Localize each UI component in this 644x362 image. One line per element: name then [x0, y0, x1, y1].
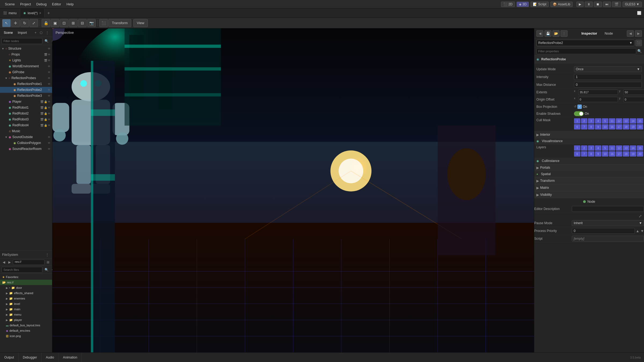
transform-label-btn[interactable]: Transform: [108, 19, 131, 27]
layer-cell-18[interactable]: 18: [623, 151, 629, 157]
structure-eye-icon[interactable]: 👁: [48, 47, 50, 50]
tab-level[interactable]: ◉ level(*) ×: [20, 9, 45, 17]
move-tool-button[interactable]: ✛: [11, 19, 20, 27]
fs-item-door[interactable]: ▶ ▪ 📁 door: [0, 285, 52, 290]
filter-properties-search-icon[interactable]: 🔍: [637, 49, 642, 53]
tree-item-rr4[interactable]: ◉ RedRobot4 🎬 🔒 👁: [0, 122, 52, 128]
step-button[interactable]: ⏭: [603, 2, 611, 7]
tree-item-rp1[interactable]: ◉ ReflectionProbe1 👁: [0, 81, 52, 87]
tab-debugger[interactable]: Debugger: [19, 353, 42, 362]
layer-cell-4[interactable]: 4: [595, 145, 601, 151]
fs-item-bus[interactable]: ▬ default_bus_layout.tres: [0, 323, 52, 328]
cull-cell-2[interactable]: 2: [581, 118, 587, 124]
snap-button[interactable]: ⊞: [69, 19, 78, 27]
search-files-icon[interactable]: 🔍: [43, 267, 50, 272]
filesystem-layout-button[interactable]: ⊞: [46, 260, 50, 265]
tab-import[interactable]: Import: [16, 30, 28, 35]
layer-cell-5[interactable]: 5: [602, 145, 608, 151]
soundreactor-eye-icon[interactable]: 👁: [48, 147, 50, 150]
layer-cell-17[interactable]: 17: [616, 151, 622, 157]
inspector-nav-back[interactable]: ◀: [627, 30, 634, 37]
nav-forward-button[interactable]: ▶: [7, 260, 12, 265]
enable-shadows-toggle-pill[interactable]: [574, 111, 584, 116]
max-distance-input[interactable]: [574, 82, 642, 88]
tree-item-structure[interactable]: ▼ ○ Structure 👁: [0, 46, 52, 51]
tree-item-music[interactable]: ♫ Music: [0, 128, 52, 134]
ungroup-button[interactable]: ⊡: [60, 19, 68, 27]
tree-item-rr1[interactable]: ◉ RedRobot1 🎬 🔒 👁: [0, 105, 52, 110]
cull-cell-13[interactable]: 13: [623, 118, 629, 124]
filter-nodes-input[interactable]: [2, 38, 42, 44]
props-movie-icon[interactable]: 🎬: [44, 53, 47, 56]
cull-cell-20[interactable]: 20: [637, 124, 643, 130]
fs-item-menu[interactable]: ▶ 📁 menu: [0, 312, 52, 317]
tab-animation[interactable]: Animation: [58, 353, 82, 362]
node-selector[interactable]: ReflectionProbe2 ▼: [536, 40, 634, 46]
rr4-lock-icon[interactable]: 🔒: [44, 124, 47, 127]
tab-close-icon[interactable]: ×: [39, 11, 41, 15]
tree-item-rr3[interactable]: ◉ RedRobot3 🎬 🔒 👁: [0, 116, 52, 122]
script-select[interactable]: [empty]: [572, 236, 644, 242]
process-priority-input[interactable]: [572, 228, 635, 234]
tab-inspector[interactable]: Inspector: [578, 30, 601, 36]
tab-audio[interactable]: Audio: [42, 353, 59, 362]
select-tool-button[interactable]: ↖: [2, 19, 11, 27]
tab-add-button[interactable]: +: [45, 11, 52, 16]
layer-cell-8[interactable]: 8: [588, 151, 594, 157]
layer-cell-1[interactable]: 1: [574, 145, 580, 151]
layer-cell-9[interactable]: 9: [595, 151, 601, 157]
tab-menu[interactable]: ⬛ menu: [0, 9, 20, 17]
fs-item-enemies[interactable]: ▶ 📁 enemies: [0, 296, 52, 301]
player-movie-icon[interactable]: 🎬: [40, 100, 43, 103]
snap2-button[interactable]: ⊟: [78, 19, 87, 27]
mode-3d-button[interactable]: ◈ 3D: [517, 2, 529, 7]
rr3-lock-icon[interactable]: 🔒: [44, 118, 47, 121]
lock-button[interactable]: 🔒: [42, 19, 50, 27]
layer-cell-12[interactable]: 12: [616, 145, 622, 151]
origin-x-input[interactable]: [578, 97, 618, 102]
cull-cell-14[interactable]: 14: [630, 118, 636, 124]
cull-cell-6[interactable]: 6: [574, 124, 580, 130]
lights-movie-icon[interactable]: 🎬: [44, 59, 47, 62]
pause-button[interactable]: ⏸: [585, 2, 593, 7]
layer-cell-3[interactable]: 3: [588, 145, 594, 151]
instance-node-button[interactable]: ⬡: [39, 30, 43, 35]
player-lock-icon[interactable]: 🔒: [44, 100, 47, 103]
extents-x-input[interactable]: [578, 90, 618, 95]
process-priority-down-icon[interactable]: ▼: [641, 229, 644, 233]
rotate-tool-button[interactable]: ↻: [20, 19, 29, 27]
box-projection-reset-icon[interactable]: ↺: [574, 105, 576, 108]
layer-cell-13[interactable]: 13: [623, 145, 629, 151]
layer-cell-15[interactable]: 15: [637, 145, 643, 151]
rr1-eye-icon[interactable]: 👁: [48, 106, 50, 109]
filter-search-icon[interactable]: 🔍: [43, 39, 50, 43]
fs-item-env[interactable]: ◉ default_env.tres: [0, 328, 52, 333]
rr2-eye-icon[interactable]: 👁: [48, 112, 50, 115]
process-priority-up-icon[interactable]: ▲: [636, 229, 639, 233]
fs-item-level[interactable]: ▶ 📁 level: [0, 301, 52, 306]
giprobe-eye-icon[interactable]: 👁: [48, 71, 50, 74]
cull-cell-3[interactable]: 3: [588, 118, 594, 124]
tree-item-lights[interactable]: ☀ Lights 🎬 👁: [0, 57, 52, 63]
layer-cell-11[interactable]: 11: [609, 145, 615, 151]
tree-item-player[interactable]: ◉ Player 🎬 🔒 👁: [0, 99, 52, 105]
origin-y-input[interactable]: [623, 97, 644, 102]
renderer-select[interactable]: GLES3 ▼: [623, 2, 642, 7]
rr1-lock-icon[interactable]: 🔒: [44, 106, 47, 109]
layer-cell-19[interactable]: 19: [630, 151, 636, 157]
scale-tool-button[interactable]: ⤢: [30, 19, 38, 27]
node-selector-btn[interactable]: ⬛: [635, 40, 642, 46]
soundoutside-eye-icon[interactable]: 👁: [48, 136, 50, 139]
player-eye-icon[interactable]: 👁: [48, 100, 50, 103]
props-eye-icon[interactable]: 👁: [48, 53, 50, 56]
section-portals[interactable]: ▶ Portals: [534, 164, 644, 171]
fs-item-res[interactable]: 📂 res://: [0, 280, 52, 285]
layer-cell-10[interactable]: 10: [602, 151, 608, 157]
cull-cell-16[interactable]: 16: [609, 124, 615, 130]
tree-item-rp2[interactable]: ◉ ReflectionProbe2 👁: [0, 87, 52, 93]
solid-button[interactable]: ⬛: [99, 19, 108, 27]
layer-cell-7[interactable]: 7: [581, 151, 587, 157]
inspector-save-icon[interactable]: 💾: [544, 30, 551, 37]
inspector-load-icon[interactable]: 📂: [552, 30, 559, 37]
rr3-movie-icon[interactable]: 🎬: [40, 118, 43, 121]
